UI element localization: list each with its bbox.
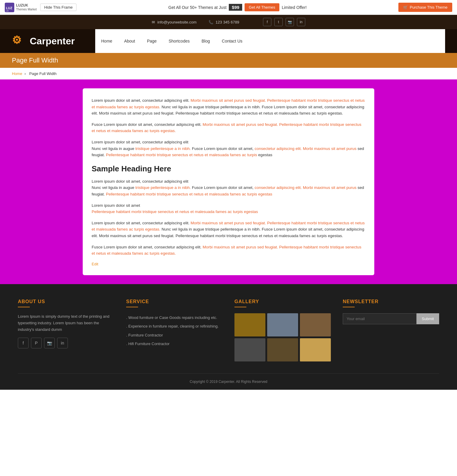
cart-icon: 🛒	[403, 5, 408, 10]
phone-icon: 📞	[209, 20, 213, 24]
gear-icon: ⚙	[12, 34, 26, 48]
phone-info: 📞 123 345 6789	[209, 20, 240, 24]
logo-text: LUZUK Themes Market	[16, 3, 37, 11]
nav-home[interactable]: Home	[95, 29, 118, 53]
footer-about-title: ABOUT US	[18, 299, 114, 304]
get-all-themes-button[interactable]: Get All Themes	[245, 3, 279, 11]
site-name: Carpenter	[30, 36, 75, 47]
linkedin-icon-header[interactable]: in	[297, 18, 305, 26]
breadcrumb-separator: ›	[24, 71, 27, 76]
content-card: Lorem ipsum dolor sit amet, consectetur …	[83, 88, 374, 275]
gallery-item-3[interactable]	[300, 313, 331, 336]
newsletter-form: Submit	[343, 313, 439, 324]
list-item: Experience in furniture repair, cleaning…	[126, 322, 223, 331]
list-item: Wood furniture or Case Goods repairs inc…	[126, 313, 223, 322]
footer-service: SERVICE Wood furniture or Case Goods rep…	[126, 299, 223, 361]
nav-about[interactable]: About	[118, 29, 141, 53]
footer-instagram-icon[interactable]: 📷	[44, 338, 55, 348]
nav-page[interactable]: Page	[141, 29, 163, 53]
email-info: ✉ info@yourwebsite.com	[152, 20, 197, 24]
footer-service-divider	[126, 307, 138, 307]
social-icons-header: f t 📷 in	[263, 18, 305, 26]
footer-grid: ABOUT US Lorem Ipsum is simply dummy tex…	[18, 299, 439, 373]
nav-shortcodes[interactable]: Shortcodes	[163, 29, 196, 53]
footer-gallery: GALLERY	[234, 299, 331, 361]
page-title: Page Full Width	[12, 57, 58, 64]
footer-about: ABOUT US Lorem Ipsum is simply dummy tex…	[18, 299, 114, 361]
newsletter-submit-button[interactable]: Submit	[417, 313, 439, 324]
svg-text:LUZ: LUZ	[6, 6, 12, 10]
instagram-icon-header[interactable]: 📷	[286, 18, 294, 26]
footer-gallery-title: GALLERY	[234, 299, 331, 304]
footer-bottom: Copyright © 2019 Carpenter. All Rights R…	[18, 373, 439, 384]
main-header: ⚙ Carpenter Home About Page Shortcodes B…	[0, 29, 457, 53]
info-bar: ✉ info@yourwebsite.com 📞 123 345 6789 f …	[0, 15, 457, 29]
promo-text: Get All Our 50+ Themes at Just	[168, 5, 226, 10]
footer-newsletter: NEWSLETTER Submit	[343, 299, 439, 361]
content-para-4: Lorem ipsum dolor sit amet, consectetur …	[92, 178, 365, 198]
page-title-bar: Page Full Width	[0, 53, 457, 68]
promo-bar: LUZ UK LUZUK Themes Market Hide This Fra…	[0, 0, 457, 15]
content-para-1: Lorem ipsum dolor sit amet, consectetur …	[92, 97, 365, 117]
footer-social-icons: f P 📷 in	[18, 338, 114, 348]
site-logo: ⚙ Carpenter	[12, 34, 95, 48]
logo-area: LUZ UK LUZUK Themes Market	[5, 3, 37, 12]
hide-frame-button[interactable]: Hide This Frame	[40, 4, 76, 11]
facebook-icon-header[interactable]: f	[263, 18, 271, 26]
email-icon: ✉	[152, 20, 155, 24]
breadcrumb: Home › Page Full Width	[0, 68, 457, 79]
nav-contact[interactable]: Contact Us	[216, 29, 248, 53]
gallery-item-2[interactable]	[267, 313, 298, 336]
footer-about-divider	[18, 307, 30, 307]
twitter-icon-header[interactable]: t	[274, 18, 283, 26]
content-para-6: Lorem ipsum dolor sit amet, consectetur …	[92, 220, 365, 239]
content-para-3: Lorem ipsum dolor sit amet, consectetur …	[92, 139, 365, 158]
footer-newsletter-title: NEWSLETTER	[343, 299, 439, 304]
gallery-item-4[interactable]	[234, 338, 265, 361]
footer-newsletter-divider	[343, 307, 355, 307]
gallery-item-1[interactable]	[234, 313, 265, 336]
gallery-item-6[interactable]	[300, 338, 331, 361]
promo-center: Get All Our 50+ Themes at Just $99 Get A…	[168, 3, 307, 11]
edit-link[interactable]: Edit	[92, 262, 98, 266]
list-item: Hifi Furniture Contractor	[126, 339, 223, 348]
content-para-2: Fusce Lorem ipsum dolor sit amet, consec…	[92, 121, 365, 134]
breadcrumb-home[interactable]: Home	[12, 71, 22, 76]
content-para-7: Fusce Lorem ipsum dolor sit amet, consec…	[92, 244, 365, 257]
gallery-grid	[234, 313, 331, 361]
main-content-wrapper: Lorem ipsum dolor sit amet, consectetur …	[0, 79, 457, 284]
footer-service-title: SERVICE	[126, 299, 223, 304]
svg-text:UK: UK	[6, 10, 9, 12]
footer-linkedin-icon[interactable]: in	[57, 338, 68, 348]
list-item: Furniture Contractor	[126, 331, 223, 340]
price-badge: $99	[229, 4, 242, 11]
footer: ABOUT US Lorem Ipsum is simply dummy tex…	[0, 284, 457, 390]
footer-about-text: Lorem Ipsum is simply dummy text of the …	[18, 313, 114, 333]
newsletter-email-input[interactable]	[343, 313, 417, 324]
limited-offer-text: Limited Offer!	[282, 5, 307, 10]
footer-gallery-divider	[234, 307, 246, 307]
gallery-item-5[interactable]	[267, 338, 298, 361]
purchase-theme-button[interactable]: 🛒 Purchase This Theme	[398, 3, 452, 12]
content-heading: Sample Heading Here	[92, 164, 365, 173]
breadcrumb-current: Page Full Width	[29, 71, 57, 76]
footer-pinterest-icon[interactable]: P	[31, 338, 42, 348]
footer-facebook-icon[interactable]: f	[18, 338, 29, 348]
main-nav: Home About Page Shortcodes Blog Contact …	[95, 29, 445, 53]
copyright-text: Copyright © 2019 Carpenter. All Rights R…	[190, 380, 267, 384]
nav-blog[interactable]: Blog	[195, 29, 216, 53]
luzuk-logo-icon: LUZ UK	[5, 3, 14, 12]
service-list: Wood furniture or Case Goods repairs inc…	[126, 313, 223, 348]
content-para-5: Lorem ipsum dolor sit amet Pellentesque …	[92, 202, 365, 215]
